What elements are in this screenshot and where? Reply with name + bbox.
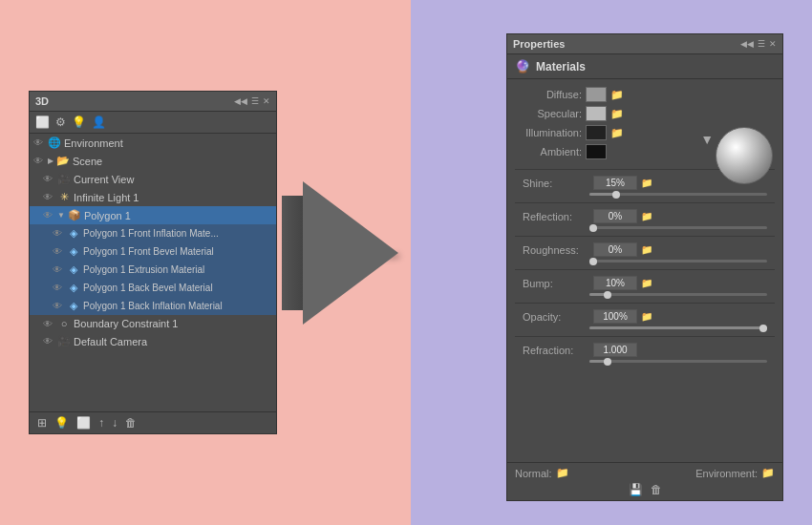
prop-value-bump[interactable]: 10% <box>593 276 637 290</box>
sphere-expand-btn[interactable]: ▼ <box>700 132 714 147</box>
footer-up-icon[interactable]: ↑ <box>98 416 104 430</box>
eye-default-camera[interactable]: 👁 <box>43 336 54 346</box>
props-delete-icon[interactable]: 🗑 <box>651 483 662 496</box>
slider-track-roughness[interactable] <box>589 260 767 262</box>
toolbar-scene-icon[interactable]: ⬜ <box>35 116 50 129</box>
eye-scene[interactable]: 👁 <box>33 156 45 166</box>
prop-value-shine[interactable]: 15% <box>593 176 637 190</box>
eye-poly-back-bevel[interactable]: 👁 <box>53 283 64 293</box>
tab-materials-icon[interactable]: 🔮 <box>515 59 530 74</box>
prop-label-shine: Shine: <box>523 178 589 189</box>
toolbar-light-icon[interactable]: 💡 <box>72 116 86 129</box>
prop-folder-opacity[interactable]: 📁 <box>641 311 652 322</box>
panel-3d-menu[interactable]: ☰ <box>251 96 259 106</box>
label-current-view: Current View <box>74 174 134 185</box>
props-menu[interactable]: ☰ <box>758 39 765 49</box>
prop-label-opacity: Opacity: <box>523 311 589 323</box>
material-grid: ▼ Diffuse: 📁 Specular: 📁 Illumination: 📁… <box>507 79 782 169</box>
footer-down-icon[interactable]: ↓ <box>112 416 118 430</box>
panel-3d-footer: ⊞ 💡 ⬜ ↑ ↓ 🗑 <box>30 411 276 433</box>
mat-folder-illumination[interactable]: 📁 <box>610 127 624 139</box>
footer-mesh-icon[interactable]: ⬜ <box>76 416 91 430</box>
footer-light-icon[interactable]: 💡 <box>54 416 69 430</box>
icon-boundary: ○ <box>57 318 71 329</box>
mat-swatch-diffuse[interactable] <box>586 87 607 102</box>
label-infinite-light: Infinite Light 1 <box>74 192 139 203</box>
eye-poly-back-infl[interactable]: 👁 <box>53 301 64 311</box>
props-close[interactable]: ✕ <box>769 39 777 49</box>
tree-item-env[interactable]: 👁 🌐 Environment <box>30 134 276 152</box>
panel-3d-header: 3D ◀◀ ☰ ✕ <box>30 92 276 112</box>
tree-item-polygon1[interactable]: 👁 ▼ 📦 Polygon 1 <box>30 206 276 224</box>
slider-track-opacity[interactable] <box>589 326 767 329</box>
arrow-left-rect <box>282 196 303 310</box>
eye-env[interactable]: 👁 <box>33 137 45 148</box>
tree-item-default-camera[interactable]: 👁 🎥 Default Camera <box>30 332 276 350</box>
label-default-camera: Default Camera <box>74 336 147 347</box>
chevron-scene: ▶ <box>48 157 53 165</box>
tab-materials-label[interactable]: Materials <box>536 60 586 74</box>
toolbar-camera-icon[interactable]: 👤 <box>92 116 106 129</box>
slider-thumb-bump <box>604 291 611 299</box>
mat-folder-specular[interactable]: 📁 <box>610 108 624 120</box>
prop-value-roughness[interactable]: 0% <box>593 242 637 257</box>
footer-delete-icon[interactable]: 🗑 <box>125 416 137 430</box>
prop-label-bump: Bump: <box>523 278 589 289</box>
slider-thumb-roughness <box>589 258 597 265</box>
tree-item-infinite-light[interactable]: 👁 ✳ Infinite Light 1 <box>30 188 276 206</box>
mat-swatch-illumination[interactable] <box>586 125 607 140</box>
slider-thumb-refraction <box>604 358 611 366</box>
prop-folder-roughness[interactable]: 📁 <box>641 244 652 255</box>
arrow-shape <box>303 181 398 325</box>
mat-label-diffuse: Diffuse: <box>515 89 582 100</box>
prop-row-reflection: Reflection: 0% 📁 <box>523 207 767 225</box>
eye-infinite-light[interactable]: 👁 <box>43 192 54 202</box>
footer-add-icon[interactable]: ⊞ <box>37 416 47 430</box>
mat-folder-diffuse[interactable]: 📁 <box>610 89 624 101</box>
eye-poly-front-infl[interactable]: 👁 <box>53 228 64 239</box>
slider-track-shine[interactable] <box>589 193 767 196</box>
eye-boundary[interactable]: 👁 <box>43 319 54 329</box>
slider-track-reflection[interactable] <box>589 226 767 229</box>
prop-value-refraction[interactable]: 1.000 <box>593 343 637 357</box>
panel-3d-tree: 👁 🌐 Environment 👁 ▶ 📂 Scene 👁 🎥 Current … <box>30 134 276 380</box>
prop-folder-shine[interactable]: 📁 <box>641 178 652 188</box>
tree-item-poly-back-infl[interactable]: 👁 ◈ Polygon 1 Back Inflation Material <box>30 297 276 315</box>
section-reflection: Reflection: 0% 📁 <box>515 202 775 236</box>
tree-item-poly-front-bevel[interactable]: 👁 ◈ Polygon 1 Front Bevel Material <box>30 242 276 261</box>
icon-poly-extrusion: ◈ <box>67 263 80 276</box>
normal-folder[interactable]: 📁 <box>556 467 569 479</box>
prop-row-roughness: Roughness: 0% 📁 <box>523 241 767 259</box>
mat-swatch-specular[interactable] <box>586 106 607 121</box>
props-collapse[interactable]: ◀◀ <box>740 39 754 49</box>
props-header: Properties ◀◀ ☰ ✕ <box>507 34 782 54</box>
toolbar-mesh-icon[interactable]: ⚙ <box>55 116 66 129</box>
tree-item-current-view[interactable]: 👁 🎥 Current View <box>30 170 276 188</box>
eye-poly-extrusion[interactable]: 👁 <box>53 264 64 275</box>
label-poly-front-bevel: Polygon 1 Front Bevel Material <box>83 246 214 257</box>
icon-current-view: 🎥 <box>57 173 71 185</box>
tree-item-poly-back-bevel[interactable]: 👁 ◈ Polygon 1 Back Bevel Material <box>30 279 276 297</box>
panel-3d-close[interactable]: ✕ <box>263 96 270 106</box>
eye-current-view[interactable]: 👁 <box>43 174 54 184</box>
mat-swatch-ambient[interactable] <box>586 144 607 159</box>
environment-folder[interactable]: 📁 <box>761 467 775 479</box>
tree-item-scene[interactable]: 👁 ▶ 📂 Scene <box>30 152 276 170</box>
label-boundary: Boundary Constraint 1 <box>74 318 178 329</box>
environment-label: Environment: <box>695 468 758 479</box>
tree-item-boundary[interactable]: 👁 ○ Boundary Constraint 1 <box>30 315 276 332</box>
slider-track-refraction[interactable] <box>589 360 767 363</box>
props-save-icon[interactable]: 💾 <box>629 483 643 496</box>
prop-value-reflection[interactable]: 0% <box>593 209 637 223</box>
slider-track-bump[interactable] <box>589 293 767 296</box>
eye-poly-front-bevel[interactable]: 👁 <box>53 246 64 257</box>
eye-polygon1[interactable]: 👁 <box>43 210 54 220</box>
icon-poly-back-bevel: ◈ <box>67 282 80 294</box>
tree-item-poly-extrusion[interactable]: 👁 ◈ Polygon 1 Extrusion Material <box>30 261 276 279</box>
tree-item-poly-front-infl[interactable]: 👁 ◈ Polygon 1 Front Inflation Mate... <box>30 224 276 242</box>
prop-folder-reflection[interactable]: 📁 <box>641 211 652 221</box>
slider-thumb-reflection <box>589 224 597 232</box>
prop-value-opacity[interactable]: 100% <box>593 309 637 324</box>
panel-3d-collapse[interactable]: ◀◀ <box>234 96 247 106</box>
prop-folder-bump[interactable]: 📁 <box>641 278 652 288</box>
